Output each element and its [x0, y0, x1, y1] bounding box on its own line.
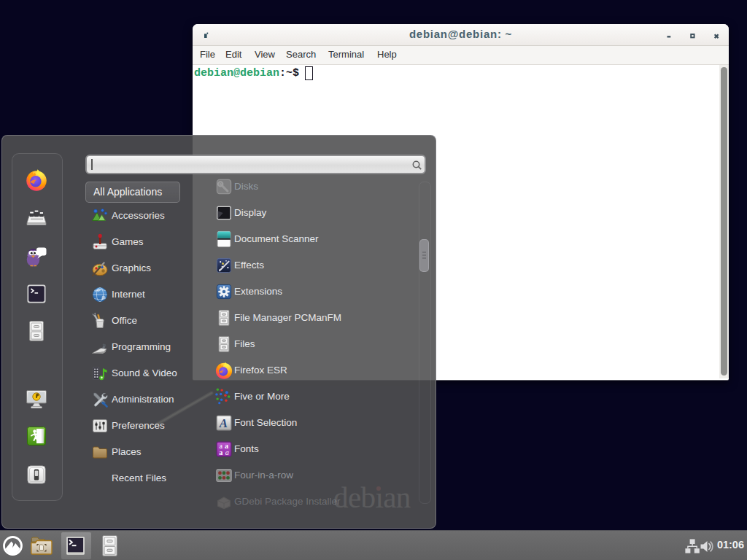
svg-text:A: A	[219, 416, 228, 430]
svg-text:a: a	[225, 448, 229, 456]
svg-text:a: a	[219, 448, 222, 456]
